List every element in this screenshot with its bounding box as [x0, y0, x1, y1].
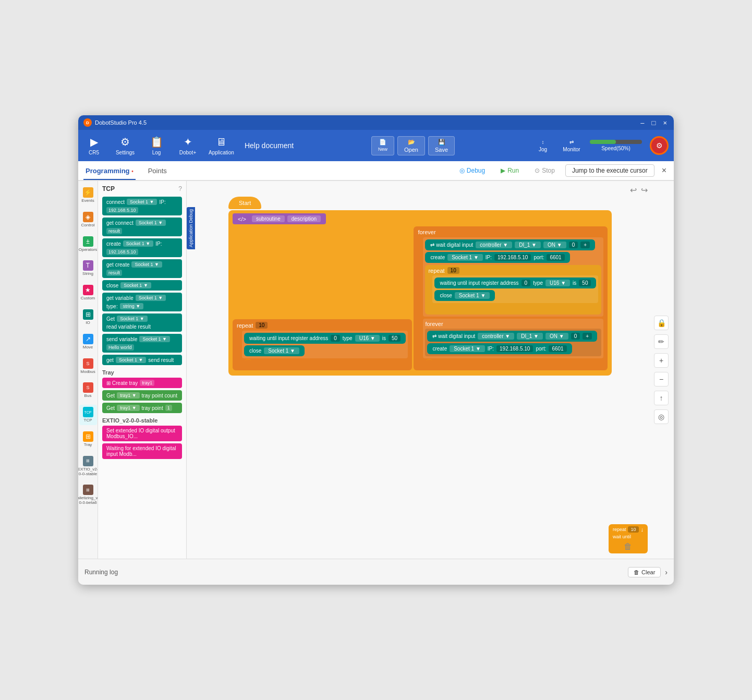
block-create-tray[interactable]: ⊞ Create tray tray1: [102, 378, 182, 388]
block-get-send-result[interactable]: get Socket 1 ▼ send result: [102, 355, 182, 365]
redo-button[interactable]: ↪: [641, 185, 648, 195]
toolbar: ▶ CR5 ⚙ Settings 📋 Log ✦ Dobot+ 🖥 Applic…: [78, 130, 674, 161]
application-icon: 🖥: [216, 136, 226, 148]
forever-block-1[interactable]: forever ⇄ wait digital input controller …: [414, 226, 608, 370]
edit-tool[interactable]: ✏: [654, 334, 669, 349]
lock-tool[interactable]: 🔒: [654, 316, 669, 330]
sidebar-item-string[interactable]: T String: [79, 258, 97, 279]
block-wait-extended-io[interactable]: Waiting for extended IO digital input Mo…: [102, 443, 182, 459]
application-label: Application: [209, 150, 234, 155]
minimize-button[interactable]: –: [639, 119, 646, 127]
toolbar-settings[interactable]: ⚙ Settings: [115, 136, 136, 155]
connector-forever: ⌒: [426, 358, 603, 368]
app-debug-badge: Application Debug: [187, 207, 195, 249]
start-block[interactable]: Start: [228, 197, 261, 209]
toolbar-application[interactable]: 🖥 Application: [209, 136, 234, 155]
sidebar-item-move[interactable]: ↗ Move: [79, 332, 97, 352]
tab-points[interactable]: Points: [146, 163, 169, 180]
maximize-button[interactable]: □: [650, 119, 658, 127]
sidebar-item-extio[interactable]: ⊞ EXTIO_v2-0-0-stable: [79, 454, 97, 479]
control-icon: ◈: [83, 212, 93, 222]
target-tool[interactable]: ◎: [654, 409, 669, 424]
robot-icon: ⚙: [656, 141, 663, 150]
speed-label: Speed(50%): [601, 146, 630, 151]
sidebar-item-modbus[interactable]: S Modbus: [79, 356, 97, 377]
new-file-button[interactable]: 📄 New: [371, 136, 394, 155]
palletizing-label: Palletizing_v2-0-0-beta6: [78, 496, 98, 505]
io-icon: ⊞: [83, 309, 93, 320]
block-get-variable[interactable]: get variable Socket 1 ▼ type: string ▼: [102, 293, 182, 311]
block-create[interactable]: create Socket 1 ▼ IP: 192.168.5.10: [102, 238, 182, 257]
trash-area[interactable]: 🗑: [613, 542, 644, 551]
toolbar-center: 📄 New 📂 Open 💾 Save: [304, 136, 522, 155]
speed-fill: [590, 140, 616, 144]
fit-tool[interactable]: ↑: [654, 391, 669, 405]
sidebar-item-control[interactable]: ◈ Control: [79, 210, 97, 230]
repeat-block-2[interactable]: repeat 10 waiting until input register a…: [425, 265, 601, 315]
settings-label: Settings: [116, 150, 135, 155]
block-panel: TCP ? connect Socket 1 ▼ IP: 192.168.5.1…: [98, 181, 187, 559]
sidebar-item-palletizing[interactable]: ⊞ Palletizing_v2-0-0-beta6: [79, 482, 97, 508]
sidebar-item-operators[interactable]: ± Operators: [79, 234, 97, 255]
toolbar-cr5[interactable]: ▶ CR5: [83, 136, 104, 155]
undo-button[interactable]: ↩: [630, 185, 637, 195]
tray-section-title: Tray: [102, 369, 182, 376]
string-label: String: [82, 272, 93, 276]
block-get-tray-point[interactable]: Get tray1 ▼ tray point 1: [102, 403, 182, 413]
stop-label: Stop: [542, 167, 555, 174]
help-icon[interactable]: ?: [178, 185, 182, 192]
toolbar-dobot-plus[interactable]: ✦ Dobot+: [177, 136, 198, 155]
log-label: Log: [152, 150, 161, 155]
tab-programming-label: Programming: [86, 167, 130, 175]
repeat-block-1[interactable]: repeat 10 waiting until input register a…: [233, 319, 412, 370]
emergency-stop-button[interactable]: ⚙: [650, 136, 669, 155]
canvas-area[interactable]: Application Debug ↩ ↪ Start: [187, 181, 674, 559]
zoom-in-tool[interactable]: +: [654, 353, 669, 368]
sidebar-item-io[interactable]: ⊞ IO: [79, 307, 97, 328]
run-button[interactable]: ▶ Run: [495, 165, 524, 176]
tab-programming[interactable]: Programming •: [83, 163, 136, 180]
debug-controls: ◎ Debug ▶ Run ⊙ Stop Jump to the execute…: [454, 164, 669, 177]
toolbar-log[interactable]: 📋 Log: [146, 136, 167, 155]
block-get-read-variable[interactable]: Get Socket 1 ▼ read variable result: [102, 313, 182, 332]
speed-bar[interactable]: [590, 140, 642, 144]
io-label: IO: [86, 321, 90, 325]
clear-button[interactable]: 🗑 Clear: [628, 567, 661, 577]
debug-button[interactable]: ◎ Debug: [454, 165, 490, 176]
block-set-extended-io[interactable]: Set extended IO digital output Modbus_IO…: [102, 426, 182, 441]
jog-label: Jog: [539, 147, 547, 152]
title-bar-controls[interactable]: – □ ×: [639, 119, 669, 127]
connector-1: ⌒: [245, 358, 408, 368]
clear-label: Clear: [641, 569, 655, 575]
sidebar-item-events[interactable]: ⚡ Events: [79, 185, 97, 206]
expand-log-button[interactable]: ›: [665, 568, 668, 576]
stop-button[interactable]: ⊙ Stop: [529, 165, 560, 176]
block-close[interactable]: close Socket 1 ▼: [102, 280, 182, 291]
block-get-tray-point-count[interactable]: Get tray1 ▼ tray point count: [102, 390, 182, 401]
block-get-create[interactable]: get create Socket 1 ▼ result: [102, 259, 182, 278]
operators-label: Operators: [79, 248, 98, 252]
close-debug-button[interactable]: ×: [660, 166, 669, 175]
zoom-out-tool[interactable]: −: [654, 372, 669, 387]
sidebar-item-bus[interactable]: S Bus: [79, 380, 97, 401]
block-connect[interactable]: connect Socket 1 ▼ IP: 192.168.5.10: [102, 197, 182, 215]
speed-control: Speed(50%): [590, 140, 642, 151]
jump-cursor-button[interactable]: Jump to the execute cursor: [565, 164, 654, 177]
block-send-variable[interactable]: send variable Socket 1 ▼ Hello world: [102, 334, 182, 353]
block-get-connect[interactable]: get connect Socket 1 ▼ result: [102, 218, 182, 236]
close-button[interactable]: ×: [661, 119, 669, 127]
app-window: D DobotStudio Pro 4.5 – □ × ▶ CR5 ⚙ Sett…: [78, 115, 674, 585]
sidebar-item-tcp[interactable]: TCP TCP: [79, 405, 97, 425]
save-file-button[interactable]: 💾 Save: [428, 136, 455, 155]
subroutine-block[interactable]: </> subroutine description: [233, 213, 326, 224]
block-panel-title: TCP: [102, 185, 115, 192]
sidebar-item-custom[interactable]: ★ Custom: [79, 283, 97, 303]
toolbar-monitor[interactable]: ⇄ Monitor: [561, 139, 582, 152]
open-file-button[interactable]: 📂 Open: [397, 136, 425, 155]
dobot-plus-label: Dobot+: [179, 150, 197, 155]
toolbar-help-doc[interactable]: Help document: [245, 141, 294, 150]
toolbar-jog[interactable]: ↕ Jog: [532, 139, 553, 152]
move-icon: ↗: [83, 334, 93, 344]
custom-label: Custom: [81, 296, 95, 301]
sidebar-item-tray[interactable]: ⊞ Tray: [79, 429, 97, 450]
